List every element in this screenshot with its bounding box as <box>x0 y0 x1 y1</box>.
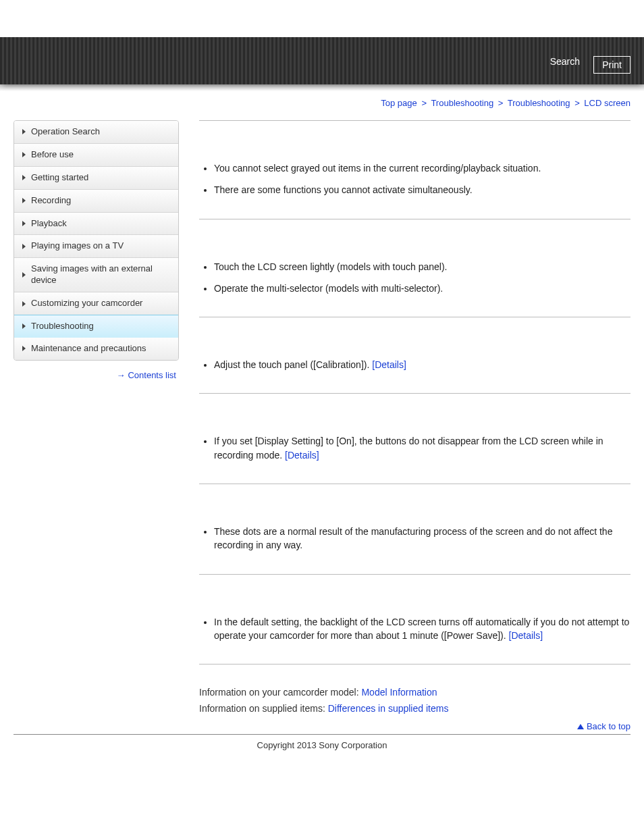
item-text: If you set [Display Setting] to [On], th… <box>214 436 603 460</box>
arrow-right-icon: → <box>116 370 125 380</box>
caret-right-icon <box>22 221 26 226</box>
caret-right-icon <box>22 198 26 203</box>
section-2: Touch the LCD screen lightly (models wit… <box>199 219 630 317</box>
sidebar-item-label: Playback <box>31 218 67 230</box>
print-button[interactable]: Print <box>593 56 630 74</box>
sidebar-item-operation-search[interactable]: Operation Search <box>14 121 178 144</box>
section-1: You cannot select grayed out items in th… <box>199 120 630 219</box>
sidebar-item-playback[interactable]: Playback <box>14 213 178 236</box>
section-5: These dots are a normal result of the ma… <box>199 484 630 574</box>
sidebar-item-getting-started[interactable]: Getting started <box>14 167 178 190</box>
caret-right-icon <box>22 301 26 307</box>
details-link[interactable]: [Details] <box>285 450 319 461</box>
sidebar-item-label: Maintenance and precautions <box>31 343 146 355</box>
item-text: In the default setting, the backlight of… <box>214 617 629 641</box>
list-item: Touch the LCD screen lightly (models wit… <box>214 260 630 273</box>
caret-right-icon <box>22 175 26 180</box>
caret-right-icon <box>22 272 26 278</box>
page-number: 165 <box>0 764 644 834</box>
section-4: If you set [Display Setting] to [On], th… <box>199 393 630 484</box>
breadcrumb-top-page[interactable]: Top page <box>381 98 417 108</box>
sidebar-item-saving-external[interactable]: Saving images with an external device <box>14 258 178 292</box>
page-root: Search Print Top page > Troubleshooting … <box>0 37 644 834</box>
info-block: Information on your camcorder model: Mod… <box>199 664 630 717</box>
sidebar-item-recording[interactable]: Recording <box>14 190 178 213</box>
sidebar-item-before-use[interactable]: Before use <box>14 144 178 167</box>
sidebar-item-label: Saving images with an external device <box>31 263 171 286</box>
item-text: Touch the LCD screen lightly (models wit… <box>214 261 448 272</box>
list-item: In the default setting, the backlight of… <box>214 615 630 643</box>
list-item: There are some functions you cannot acti… <box>214 183 630 197</box>
sidebar-item-label: Operation Search <box>31 126 100 138</box>
model-info-line: Information on your camcorder model: Mod… <box>199 685 630 701</box>
caret-right-icon <box>22 152 26 157</box>
item-text: Adjust the touch panel ([Calibration]). <box>214 359 372 370</box>
sidebar-list: Operation Search Before use Getting star… <box>14 120 179 361</box>
back-to-top-row: Back to top <box>199 717 630 734</box>
triangle-up-icon <box>577 724 584 729</box>
item-text: There are some functions you cannot acti… <box>214 184 473 195</box>
breadcrumb-sep: > <box>421 98 427 108</box>
item-text: You cannot select grayed out items in th… <box>214 163 541 174</box>
contents-link-row: →Contents list <box>14 361 179 380</box>
copyright: Copyright 2013 Sony Corporation <box>0 735 644 764</box>
details-link[interactable]: [Details] <box>372 359 406 370</box>
sidebar-item-label: Recording <box>31 195 71 207</box>
sidebar-item-label: Customizing your camcorder <box>31 298 142 309</box>
breadcrumb-troubleshooting-1[interactable]: Troubleshooting <box>431 98 493 108</box>
item-text: These dots are a normal result of the ma… <box>214 526 612 550</box>
breadcrumb-troubleshooting-2[interactable]: Troubleshooting <box>508 98 570 108</box>
sidebar-item-troubleshooting[interactable]: Troubleshooting <box>14 315 179 338</box>
sidebar-item-label: Playing images on a TV <box>31 240 124 252</box>
main-content: You cannot select grayed out items in th… <box>179 120 630 734</box>
section-3: Adjust the touch panel ([Calibration]). … <box>199 317 630 393</box>
sidebar-item-label: Before use <box>31 149 74 161</box>
supplied-items-label: Information on supplied items: <box>199 703 328 714</box>
caret-right-icon <box>22 346 26 351</box>
contents-list-link[interactable]: Contents list <box>128 370 176 380</box>
sidebar-item-playing-on-tv[interactable]: Playing images on a TV <box>14 235 178 258</box>
list-item: Operate the multi-selector (models with … <box>214 282 630 295</box>
sidebar-item-customizing[interactable]: Customizing your camcorder <box>14 292 178 315</box>
caret-right-icon <box>22 244 26 249</box>
list-item: Adjust the touch panel ([Calibration]). … <box>214 358 630 371</box>
back-to-top-link[interactable]: Back to top <box>587 721 630 731</box>
caret-right-icon <box>22 129 26 134</box>
sidebar-item-label: Troubleshooting <box>31 321 94 332</box>
layout: Operation Search Before use Getting star… <box>0 120 644 734</box>
list-item: You cannot select grayed out items in th… <box>214 161 630 175</box>
section-6: In the default setting, the backlight of… <box>199 574 630 664</box>
list-item: These dots are a normal result of the ma… <box>214 525 630 552</box>
sidebar-item-maintenance[interactable]: Maintenance and precautions <box>14 338 178 360</box>
breadcrumb-sep: > <box>498 98 504 108</box>
breadcrumb-current: LCD screen <box>584 98 630 108</box>
sidebar-item-label: Getting started <box>31 172 88 184</box>
top-banner: Search Print <box>0 37 644 84</box>
supplied-items-line: Information on supplied items: Differenc… <box>199 701 630 717</box>
item-text: Operate the multi-selector (models with … <box>214 283 443 294</box>
model-info-link[interactable]: Model Information <box>361 687 437 698</box>
details-link[interactable]: [Details] <box>509 630 543 641</box>
search-link[interactable]: Search <box>550 56 580 67</box>
sidebar: Operation Search Before use Getting star… <box>14 120 179 380</box>
caret-right-icon <box>22 323 26 329</box>
supplied-items-link[interactable]: Differences in supplied items <box>328 703 449 714</box>
breadcrumb-sep: > <box>574 98 580 108</box>
list-item: If you set [Display Setting] to [On], th… <box>214 434 630 462</box>
model-info-label: Information on your camcorder model: <box>199 687 361 698</box>
